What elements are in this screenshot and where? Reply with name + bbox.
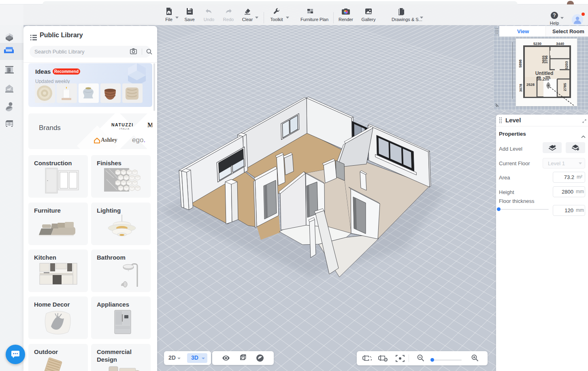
svg-text:5203: 5203 bbox=[565, 61, 569, 69]
svg-text:Untitled: Untitled bbox=[535, 70, 554, 76]
svg-text:36.2m²: 36.2m² bbox=[537, 77, 551, 81]
svg-text:3078: 3078 bbox=[519, 84, 523, 92]
svg-text:2785: 2785 bbox=[563, 83, 567, 91]
svg-text:5898: 5898 bbox=[518, 60, 522, 68]
svg-text:3440: 3440 bbox=[556, 42, 564, 46]
svg-text:5230: 5230 bbox=[533, 42, 541, 46]
svg-text:3655: 3655 bbox=[541, 55, 545, 64]
svg-text:2528: 2528 bbox=[526, 83, 535, 87]
